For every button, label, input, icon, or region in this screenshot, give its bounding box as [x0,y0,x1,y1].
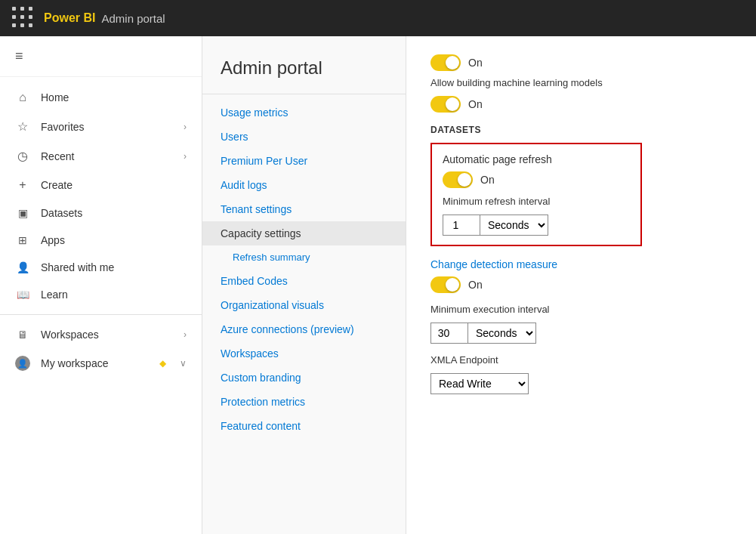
admin-nav-audit-logs[interactable]: Audit logs [202,173,406,197]
sidebar-item-label: Shared with me [41,261,187,273]
min-execution-input[interactable] [430,323,468,344]
diamond-icon: ◆ [159,358,166,369]
allow-ml-label: Allow building machine learning models [430,77,732,88]
admin-nav-custom-branding[interactable]: Custom branding [202,366,406,390]
brand: Power BI Admin portal [44,11,165,25]
toggle4-label: On [468,279,483,291]
min-execution-select[interactable]: Seconds Minutes Hours [468,323,536,344]
sidebar-item-workspaces[interactable]: 🖥 Workspaces › [0,321,202,348]
sidebar-item-label: Datasets [41,207,187,219]
xmla-select[interactable]: Read Write Read Only Off [430,373,529,394]
clock-icon: ◷ [15,149,30,163]
sidebar-item-create[interactable]: + Create [0,171,202,199]
xmla-label: XMLA Endpoint [430,354,732,366]
toggle2[interactable] [430,96,461,113]
topbar: Power BI Admin portal [0,0,756,36]
toggle4-row: On [430,276,732,293]
xmla-section: XMLA Endpoint Read Write Read Only Off [430,354,732,394]
admin-panel-title: Admin portal [202,36,406,94]
sidebar-item-datasets[interactable]: ▣ Datasets [0,199,202,227]
auto-refresh-title: Automatic page refresh [443,153,630,165]
chevron-right-icon: › [184,122,187,132]
sidebar-item-myworkspace[interactable]: 👤 My workspace ◆ ∨ [0,348,202,378]
sidebar-item-label: Recent [41,150,173,162]
min-refresh-input[interactable] [443,215,480,236]
admin-nav-azure-connections[interactable]: Azure connections (preview) [202,317,406,341]
sidebar-item-favorites[interactable]: ☆ Favorites › [0,112,202,141]
min-refresh-select[interactable]: Seconds Minutes Hours [480,215,548,236]
sidebar-item-label: Workspaces [41,329,173,341]
admin-nav-org-visuals[interactable]: Organizational visuals [202,293,406,317]
person-icon: 👤 [15,261,30,273]
toggle1-row: On [430,54,732,71]
chevron-right-icon: › [184,329,187,340]
apps-grid-icon[interactable] [12,7,35,29]
sidebar-item-label: Learn [41,289,187,301]
datasets-header: DATASETS [430,125,732,135]
admin-nav-usage-metrics[interactable]: Usage metrics [202,100,406,125]
sidebar-item-label: My workspace [41,357,149,369]
sidebar-nav: ⌂ Home ☆ Favorites › ◷ Recent › + Create… [0,77,202,384]
admin-nav-capacity-settings[interactable]: Capacity settings [202,221,406,245]
toggle2-label: On [468,98,483,110]
plus-icon: + [15,178,30,192]
star-icon: ☆ [15,119,30,134]
sidebar-item-label: Create [41,179,187,191]
avatar-icon: 👤 [15,356,30,371]
sidebar-item-shared[interactable]: 👤 Shared with me [0,254,202,281]
main-layout: ≡ ⌂ Home ☆ Favorites › ◷ Recent › + Crea… [0,36,756,534]
execution-section: Minimum execution interval Seconds Minut… [430,304,732,344]
datasets-icon: ▣ [15,207,30,219]
sidebar: ≡ ⌂ Home ☆ Favorites › ◷ Recent › + Crea… [0,36,202,534]
toggle1[interactable] [430,54,461,71]
sidebar-item-recent[interactable]: ◷ Recent › [0,141,202,171]
toggle1-label: On [468,57,483,69]
toggle3[interactable] [443,171,473,188]
sidebar-item-label: Apps [41,234,187,246]
admin-nav-workspaces[interactable]: Workspaces [202,341,406,366]
auto-refresh-box: Automatic page refresh On Minimum refres… [430,143,642,246]
admin-nav-featured-content[interactable]: Featured content [202,414,406,438]
logo: Power BI [44,11,95,25]
toggle2-row: On [430,96,732,113]
admin-nav-users[interactable]: Users [202,125,406,149]
sidebar-item-learn[interactable]: 📖 Learn [0,281,202,308]
home-icon: ⌂ [15,91,30,104]
monitor-icon: 🖥 [15,329,30,341]
hamburger-button[interactable]: ≡ [0,36,202,77]
admin-nav-refresh-summary[interactable]: Refresh summary [202,245,406,269]
chevron-right-icon: › [184,151,187,162]
topbar-title: Admin portal [101,12,165,25]
toggle4[interactable] [430,276,461,293]
min-refresh-input-group: Seconds Minutes Hours [443,215,630,236]
min-refresh-label: Minimum refresh interval [443,196,630,207]
content-area: On Allow building machine learning model… [406,36,756,534]
sidebar-item-label: Favorites [41,121,173,133]
toggle3-row: On [443,171,630,188]
admin-nav-embed-codes[interactable]: Embed Codes [202,269,406,293]
sidebar-item-label: Home [41,91,187,103]
min-execution-input-group: Seconds Minutes Hours [430,323,732,344]
apps-icon: ⊞ [15,234,30,246]
book-icon: 📖 [15,289,30,301]
admin-nav-tenant-settings[interactable]: Tenant settings [202,197,406,221]
min-execution-label: Minimum execution interval [430,304,732,315]
admin-nav-premium-per-user[interactable]: Premium Per User [202,149,406,173]
sidebar-item-home[interactable]: ⌂ Home [0,83,202,112]
change-detection-label[interactable]: Change detection measure [430,258,732,270]
toggle3-label: On [480,174,495,186]
chevron-down-icon: ∨ [180,358,187,369]
admin-nav: Usage metrics Users Premium Per User Aud… [202,94,406,444]
sidebar-item-apps[interactable]: ⊞ Apps [0,227,202,254]
admin-panel: Admin portal Usage metrics Users Premium… [202,36,406,534]
admin-nav-protection-metrics[interactable]: Protection metrics [202,390,406,414]
